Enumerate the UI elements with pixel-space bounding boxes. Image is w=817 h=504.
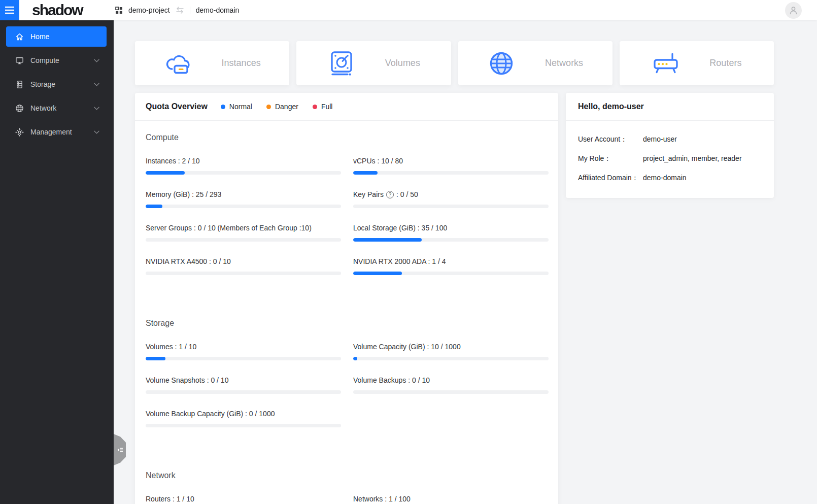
chevron-down-icon: [94, 107, 99, 110]
sidebar-item-network[interactable]: Network: [6, 98, 107, 118]
quota-item-label: Server Groups : 0 / 10 (Members of Each …: [146, 223, 341, 233]
quota-item-memory: Memory (GiB) : 25 / 293: [146, 189, 341, 208]
user-domain-value: demo-domain: [643, 173, 687, 183]
quota-item-label: Volume Snapshots : 0 / 10: [146, 375, 341, 385]
dashboard-row: Quota Overview Normal Danger Full: [135, 93, 774, 504]
menu-fold-icon: [117, 447, 123, 453]
quota-progress-fill: [146, 205, 162, 208]
quota-item-volume-backups: Volume Backups : 0 / 10: [353, 375, 549, 394]
shortcut-card-routers[interactable]: Routers: [620, 41, 774, 85]
legend-dot-full: [313, 105, 317, 109]
quota-card-body: Compute Instances : 2 / 10 vCPUs : 10 / …: [135, 121, 558, 504]
shortcut-card-label: Networks: [545, 58, 583, 69]
project-grid-icon: [115, 7, 123, 14]
shortcut-cards-row: Instances Volumes: [135, 41, 774, 85]
quota-item-label: Networks : 1 / 100: [353, 494, 549, 504]
user-domain-label: Affiliated Domain：: [578, 173, 643, 183]
quota-progress-track: [353, 171, 549, 175]
sidebar-item-label: Management: [30, 128, 72, 136]
user-role-row: My Role： project_admin, member, reader: [578, 153, 762, 163]
hamburger-icon: [5, 6, 15, 14]
quota-card-header: Quota Overview Normal Danger Full: [135, 93, 558, 121]
help-icon[interactable]: ?: [386, 191, 394, 198]
quota-section-network: Network Routers : 1 / 10 Networks : 1 / …: [146, 471, 549, 504]
chevron-down-icon: [94, 83, 99, 86]
quota-item-volumes: Volumes : 1 / 10: [146, 342, 341, 360]
quota-progress-track: [146, 205, 341, 208]
brand-logo[interactable]: shadow: [19, 0, 114, 20]
project-name[interactable]: demo-project: [128, 6, 170, 14]
quota-progress-track: [146, 272, 341, 275]
quota-item-instances: Instances : 2 / 10: [146, 156, 341, 175]
sidebar-toggle-button[interactable]: [0, 0, 19, 20]
shortcut-card-volumes[interactable]: Volumes: [296, 41, 451, 85]
quota-progress-track: [353, 205, 549, 208]
user-icon: [789, 6, 798, 15]
user-account-value: demo-user: [643, 134, 677, 144]
quota-item-label: Volumes : 1 / 10: [146, 342, 341, 352]
quota-item-rtx-a4500: NVIDIA RTX A4500 : 0 / 10: [146, 256, 341, 275]
quota-item-server-groups: Server Groups : 0 / 10 (Members of Each …: [146, 223, 341, 242]
quota-section-heading: Network: [146, 471, 549, 480]
legend-dot-normal: [221, 105, 225, 109]
quota-item-rtx-2000-ada: NVIDIA RTX 2000 ADA : 1 / 4: [353, 256, 549, 275]
brand-logo-text: shadow: [32, 0, 83, 20]
quota-section-storage: Storage Volumes : 1 / 10 Volume Capacity…: [146, 319, 549, 442]
quota-item-label: Local Storage (GiB) : 35 / 100: [353, 223, 549, 233]
sidebar-item-label: Storage: [30, 80, 55, 88]
quota-item-networks: Networks : 1 / 100: [353, 494, 549, 504]
sidebar-item-label: Compute: [30, 56, 59, 64]
user-avatar[interactable]: [785, 2, 802, 19]
legend-label: Danger: [275, 103, 298, 111]
sidebar-item-label: Home: [30, 32, 49, 41]
quota-progress-fill: [353, 272, 402, 275]
quota-item-label: Volume Backups : 0 / 10: [353, 375, 549, 385]
quota-item-label: Instances : 2 / 10: [146, 156, 341, 166]
gear-icon: [15, 128, 24, 137]
quota-item-vcpus: vCPUs : 10 / 80: [353, 156, 549, 175]
user-card-header: Hello, demo-user: [566, 93, 774, 121]
user-domain-row: Affiliated Domain： demo-domain: [578, 173, 762, 183]
quota-item-label: Volume Backup Capacity (GiB) : 0 / 1000: [146, 409, 341, 419]
legend-item-danger: Danger: [266, 103, 298, 111]
shortcut-card-instances[interactable]: Instances: [135, 41, 289, 85]
quota-item-key-pairs: Key Pairs ? : 0 / 50: [353, 189, 549, 208]
quota-progress-fill: [353, 357, 357, 360]
sidebar-item-home[interactable]: Home: [6, 26, 107, 47]
quota-item-volume-backup-capacity: Volume Backup Capacity (GiB) : 0 / 1000: [146, 409, 341, 427]
quota-progress-track: [146, 424, 341, 427]
legend-label: Full: [321, 103, 333, 111]
switch-project-icon[interactable]: [176, 7, 184, 14]
shortcut-card-networks[interactable]: Networks: [458, 41, 612, 85]
sidebar-item-management[interactable]: Management: [6, 122, 107, 142]
quota-item-label: vCPUs : 10 / 80: [353, 156, 549, 166]
quota-item-volume-snapshots: Volume Snapshots : 0 / 10: [146, 375, 341, 394]
quota-card-title: Quota Overview: [146, 102, 208, 111]
quota-progress-fill: [353, 171, 378, 175]
shortcut-card-label: Volumes: [385, 58, 420, 69]
quota-progress-track: [146, 390, 341, 394]
quota-progress-track: [353, 238, 549, 242]
sidebar-item-label: Network: [30, 104, 56, 112]
router-icon: [652, 49, 680, 78]
home-icon: [15, 32, 24, 41]
quota-overview-card: Quota Overview Normal Danger Full: [135, 93, 558, 504]
quota-section-compute: Compute Instances : 2 / 10 vCPUs : 10 / …: [146, 133, 549, 290]
sidebar-item-compute[interactable]: Compute: [6, 50, 107, 71]
legend-label: Normal: [229, 103, 252, 111]
user-account-row: User Account： demo-user: [578, 134, 762, 144]
quota-item-label: Memory (GiB) : 25 / 293: [146, 189, 341, 199]
user-role-label: My Role：: [578, 153, 643, 163]
quota-item-label: Volume Capacity (GiB) : 10 / 1000: [353, 342, 549, 352]
quota-item-routers: Routers : 1 / 10: [146, 494, 341, 504]
chevron-down-icon: [94, 59, 99, 62]
sidebar: Home Compute Storage: [0, 20, 114, 504]
domain-name: demo-domain: [196, 6, 240, 14]
user-info-card: Hello, demo-user User Account： demo-user…: [566, 93, 774, 198]
top-header: shadow demo-project demo-domain: [0, 0, 817, 20]
sidebar-item-storage[interactable]: Storage: [6, 74, 107, 94]
quota-progress-track: [146, 357, 341, 360]
legend-item-normal: Normal: [221, 103, 252, 111]
quota-item-volume-capacity: Volume Capacity (GiB) : 10 / 1000: [353, 342, 549, 360]
quota-section-heading: Storage: [146, 319, 549, 328]
